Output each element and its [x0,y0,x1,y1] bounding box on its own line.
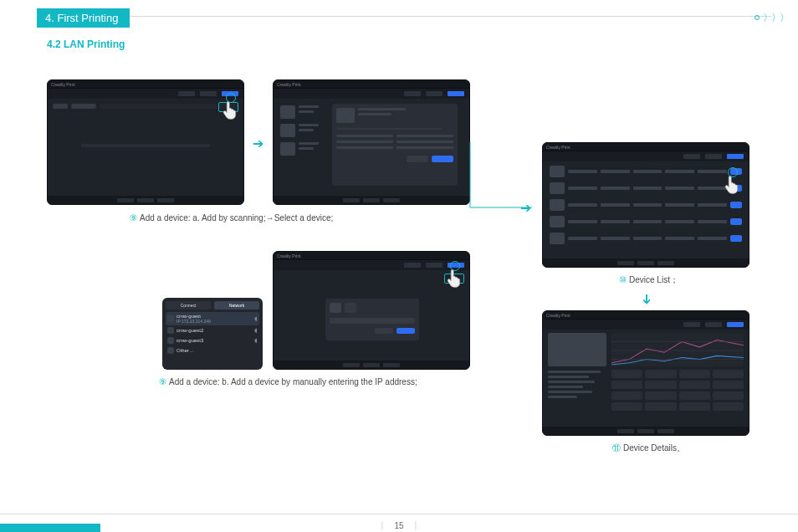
printer-icon [167,315,174,322]
tab-generic [404,91,421,96]
tab-generic [705,322,722,327]
device-list-row [546,230,745,247]
row-action-button [730,202,742,208]
ip-input-field [330,318,415,324]
tab-active [448,91,464,96]
device-list-row [546,180,745,197]
netbox-tab-network: Network [214,301,259,309]
wifi-item: cmw-guest3 ◖ [166,335,259,345]
header-arrow-decor: 〉〉〉 [755,11,788,25]
tab-generic [426,91,442,96]
wifi-icon: ◖ [254,315,258,322]
row-action-button [730,235,742,242]
app-title: Creality Print [546,313,570,318]
app-title: Creality Print [277,253,301,258]
camera-preview [548,333,606,366]
page-footer: 15 [0,514,798,525]
caption-step-9b: ⑨Add a device: b. Add a device by manual… [159,377,417,386]
arrow-down-icon: ➔ [639,294,655,304]
tab-active [727,154,744,159]
header-rule [37,16,771,17]
app-title: Creality Print [546,145,570,150]
screenshot-device-list: Creality Print [542,142,749,268]
wifi-item-other: Other… [166,345,259,356]
device-list-row [546,163,745,180]
tab-generic [683,322,700,327]
arrow-right-icon: ➔ [520,200,531,216]
step-number: ⑨ [159,377,166,386]
wifi-icon: ◖ [254,337,258,344]
netbox-tab-connect: Connect [166,301,211,309]
plus-icon [167,347,174,354]
tab-generic [705,154,722,159]
ip-entry-dialog [325,299,419,340]
step-number: ⑨ [130,213,137,223]
wifi-icon: ◖ [254,327,258,334]
subsection-title: 4.2 LAN Printing [47,38,125,50]
tab-active [727,322,744,327]
caption-step-11: ⑪Device Details。 [612,442,685,454]
device-list-row [546,197,745,213]
screenshot-add-by-ip: Creality Print [273,251,470,370]
caption-step-10: ⑩Device List； [619,274,678,286]
printer-icon [167,337,174,344]
tab-generic [426,263,442,268]
scan-device-dialog [332,104,458,186]
footer-accent-bar [0,524,100,532]
caption-step-9a: ⑨Add a device: a. Add by scanning;→Selec… [130,213,333,223]
screenshot-device-details: Creality Print [542,310,749,436]
temperature-graph [611,333,744,366]
touch-hand-icon [220,99,242,120]
step-number: ⑩ [619,275,627,284]
printer-icon [167,327,174,334]
arrow-right-icon: ➔ [253,136,263,151]
empty-state-text [81,144,210,147]
row-action-button [730,218,742,225]
wifi-item: cmw-guest2 ◖ [166,325,259,335]
tab-generic [200,91,217,96]
page-number: 15 [381,521,416,530]
device-list-row [546,213,745,230]
step-number: ⑪ [612,443,621,453]
tab-generic [404,263,421,268]
app-title: Creality Print [277,82,301,87]
section-title-tab: 4. First Printing [37,8,130,28]
tab-generic [683,154,700,159]
tab-generic [178,91,195,96]
wifi-network-list-panel: Connect Network cmw-guest IP 172.23.214.… [162,298,263,370]
wifi-item-selected: cmw-guest IP 172.23.214.249 ◖ [166,312,259,325]
touch-hand-icon [444,267,466,289]
screenshot-scan-select-device: Creality Print [273,79,470,205]
detail-value-grid [611,370,744,411]
screenshot-add-device-empty: Creality Print [47,79,244,205]
app-title: Creality Print [51,82,75,87]
touch-hand-icon [722,173,744,195]
